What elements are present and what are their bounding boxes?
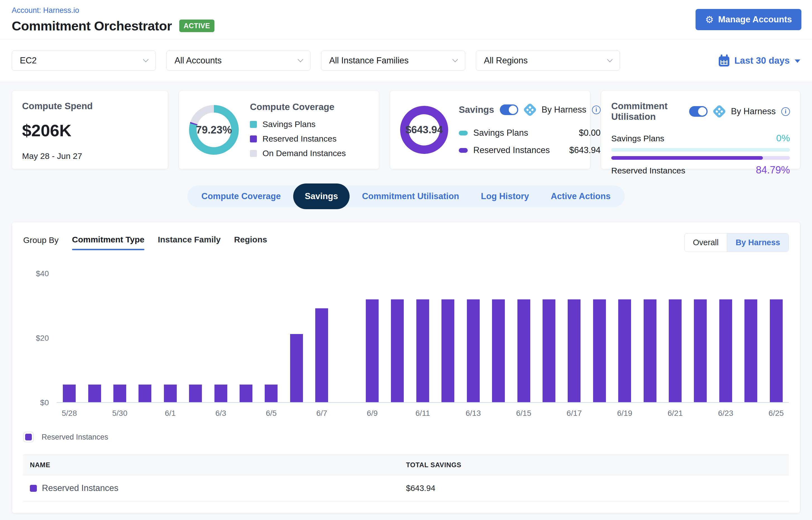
bar-6/23[interactable]: [719, 300, 732, 402]
x-tick: 6/19: [612, 409, 637, 418]
filter-regions-value: All Regions: [484, 56, 528, 66]
bar-6/1[interactable]: [164, 385, 177, 402]
summary-cards: Compute Spend $206K May 28 - Jun 27 79.2…: [12, 90, 800, 169]
utilisation-ri-bar: [611, 156, 790, 160]
bar-6/4[interactable]: [240, 385, 253, 402]
chart-x-axis: 5/285/306/16/36/56/76/96/116/136/156/176…: [57, 409, 789, 418]
utilisation-ri-bar-fill: [611, 156, 763, 160]
section-tabs: Compute CoverageSavingsCommitment Utilis…: [187, 185, 624, 207]
coverage-donut: 79.23%: [189, 105, 239, 155]
bar-6/5[interactable]: [265, 385, 278, 402]
filter-instance-families-select[interactable]: All Instance Families: [321, 51, 465, 71]
y-tick: $20: [36, 334, 49, 343]
savings-by-harness-label: By Harness: [542, 105, 586, 115]
bar-6/25[interactable]: [770, 300, 783, 402]
info-icon[interactable]: [592, 106, 601, 114]
group-by-regions[interactable]: Regions: [234, 235, 267, 250]
tab-active-actions[interactable]: Active Actions: [541, 191, 621, 201]
status-badge: ACTIVE: [179, 20, 215, 32]
x-tick: [233, 409, 259, 418]
x-tick: 6/17: [561, 409, 587, 418]
filter-accounts-select[interactable]: All Accounts: [166, 51, 311, 71]
legend-checkbox-reserved-instances[interactable]: [23, 432, 34, 442]
group-by-commitment-type[interactable]: Commitment Type: [72, 235, 145, 250]
bar-5/31[interactable]: [138, 385, 151, 402]
utilisation-by-harness-toggle[interactable]: [689, 106, 708, 117]
table-cell-total-savings: $643.94: [406, 484, 782, 493]
table-row[interactable]: Reserved Instances$643.94: [23, 475, 789, 501]
bar-6/18[interactable]: [593, 300, 606, 402]
x-tick: [688, 409, 713, 418]
date-range-picker[interactable]: Last 30 days: [719, 55, 800, 67]
on-demand-instances-swatch: [250, 150, 257, 157]
filter-regions-select[interactable]: All Regions: [476, 51, 620, 71]
x-tick: [132, 409, 157, 418]
bar-6/2[interactable]: [189, 385, 202, 402]
filter-instance-families-value: All Instance Families: [329, 56, 409, 66]
caret-down-icon: [795, 59, 800, 63]
bar-5/29[interactable]: [88, 385, 101, 402]
date-range-label: Last 30 days: [734, 55, 790, 66]
chart-y-axis: $0$20$40: [23, 274, 57, 403]
bar-6/6[interactable]: [290, 334, 303, 402]
info-icon[interactable]: [781, 107, 790, 116]
utilisation-by-harness-label: By Harness: [731, 106, 776, 116]
bar-6/16[interactable]: [543, 300, 555, 402]
bar-6/12[interactable]: [442, 300, 454, 402]
x-tick: 6/13: [461, 409, 486, 418]
x-tick: 6/23: [713, 409, 738, 418]
filter-accounts-value: All Accounts: [175, 56, 222, 66]
group-by-instance-family[interactable]: Instance Family: [158, 235, 220, 250]
view-toggle-by-harness[interactable]: By Harness: [727, 233, 789, 252]
calendar-icon: [719, 56, 729, 67]
savings-panel: Group By Commitment TypeInstance FamilyR…: [12, 222, 800, 513]
bar-6/3[interactable]: [214, 385, 227, 402]
filter-service-select[interactable]: EC2: [12, 51, 156, 71]
bar-6/17[interactable]: [568, 300, 580, 402]
x-tick: [486, 409, 511, 418]
harness-logo-icon: [712, 104, 726, 119]
bar-6/15[interactable]: [517, 300, 530, 402]
bar-6/20[interactable]: [644, 300, 656, 402]
x-tick: 6/11: [410, 409, 435, 418]
bar-5/28[interactable]: [63, 385, 76, 402]
tab-compute-coverage[interactable]: Compute Coverage: [191, 191, 291, 201]
account-link[interactable]: Account: Harness.io: [12, 6, 79, 15]
compute-spend-title: Compute Spend: [22, 101, 158, 111]
utilisation-ri-label: Reserved Instances: [611, 166, 685, 175]
x-tick: 6/21: [663, 409, 688, 418]
view-toggle-overall[interactable]: Overall: [685, 233, 727, 252]
coverage-legend-item: Reserved Instances: [250, 134, 369, 144]
x-tick: 6/7: [309, 409, 334, 418]
x-tick: 6/3: [208, 409, 233, 418]
chart-plot-area: [57, 274, 789, 403]
x-tick: [738, 409, 763, 418]
bar-6/13[interactable]: [467, 300, 480, 402]
filter-bar: EC2All AccountsAll Instance FamiliesAll …: [0, 40, 812, 82]
x-tick: 5/28: [57, 409, 82, 418]
reserved-instances-swatch: [30, 485, 37, 492]
manage-accounts-button[interactable]: ⚙ Manage Accounts: [696, 9, 802, 30]
bar-5/30[interactable]: [113, 385, 126, 402]
bar-6/10[interactable]: [391, 300, 404, 402]
filter-service-value: EC2: [20, 56, 36, 66]
tab-log-history[interactable]: Log History: [471, 191, 539, 201]
x-tick: 6/9: [360, 409, 385, 418]
utilisation-sp-value: 0%: [776, 133, 790, 144]
savings-title: Savings: [459, 104, 494, 115]
bar-6/21[interactable]: [669, 300, 682, 402]
tab-commitment-utilisation[interactable]: Commitment Utilisation: [352, 191, 469, 201]
savings-by-harness-toggle[interactable]: [500, 104, 518, 115]
x-tick: [385, 409, 410, 418]
bar-6/7[interactable]: [315, 308, 328, 402]
page-header: Account: Harness.io Commitment Orchestra…: [0, 0, 812, 40]
bar-6/19[interactable]: [618, 300, 631, 402]
bar-6/24[interactable]: [744, 300, 757, 402]
bar-6/9[interactable]: [366, 300, 378, 402]
savings-plans-swatch: [250, 121, 257, 128]
bar-6/22[interactable]: [694, 300, 707, 402]
tab-savings[interactable]: Savings: [293, 183, 350, 209]
coverage-legend-item: On Demand Instances: [250, 149, 369, 158]
bar-6/11[interactable]: [416, 300, 429, 402]
bar-6/14[interactable]: [492, 300, 505, 402]
